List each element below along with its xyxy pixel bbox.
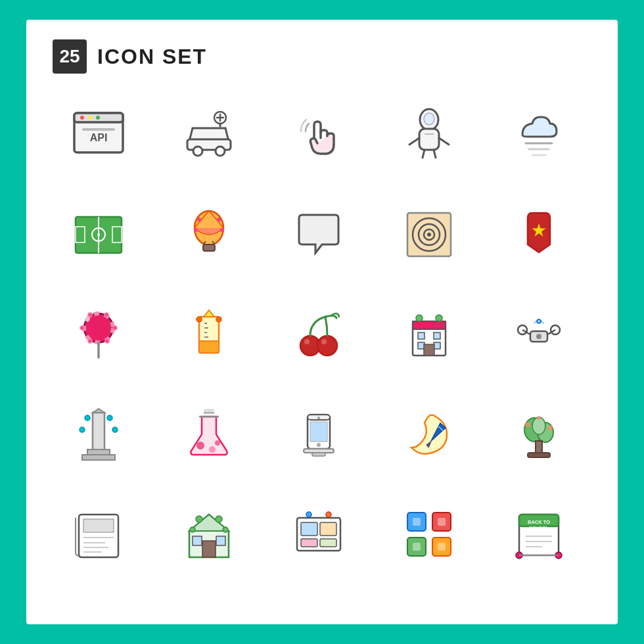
number-badge: 25	[53, 39, 87, 74]
svg-point-93	[196, 442, 204, 449]
svg-text:API: API	[90, 132, 108, 143]
svg-point-8	[193, 147, 202, 156]
svg-point-28	[97, 233, 100, 236]
svg-point-82	[536, 334, 541, 339]
target-icon[interactable]	[383, 192, 475, 277]
svg-point-101	[317, 443, 321, 447]
svg-line-19	[434, 150, 436, 158]
svg-point-53	[88, 339, 92, 343]
svg-point-112	[525, 422, 530, 427]
chat-bubble-icon[interactable]	[273, 192, 365, 277]
svg-line-18	[423, 150, 425, 158]
svg-rect-15	[419, 129, 439, 150]
svg-point-49	[88, 313, 92, 317]
main-card: 25 ICON SET API	[26, 20, 618, 624]
svg-rect-103	[312, 453, 325, 456]
svg-line-17	[439, 138, 449, 145]
svg-point-113	[547, 425, 553, 430]
svg-rect-131	[301, 539, 317, 547]
svg-point-126	[190, 527, 195, 532]
api-icon[interactable]: API	[53, 92, 145, 177]
cloud-fog-icon[interactable]	[493, 92, 585, 177]
add-car-icon[interactable]	[163, 92, 255, 177]
svg-line-16	[409, 138, 419, 145]
moon-pen-icon[interactable]	[383, 392, 475, 477]
svg-rect-110	[536, 441, 542, 453]
svg-point-38	[220, 228, 224, 232]
svg-rect-32	[203, 244, 215, 251]
svg-marker-57	[204, 310, 214, 317]
svg-rect-129	[301, 522, 317, 536]
svg-point-50	[104, 313, 108, 317]
svg-point-127	[223, 527, 228, 532]
svg-point-89	[107, 415, 112, 421]
monument-icon[interactable]	[53, 392, 145, 477]
soccer-field-icon[interactable]	[53, 192, 145, 277]
svg-point-83	[537, 319, 541, 323]
svg-point-76	[436, 315, 442, 321]
svg-point-20	[424, 113, 434, 125]
svg-rect-141	[413, 543, 421, 551]
header: 25 ICON SET	[53, 39, 591, 74]
svg-rect-139	[413, 518, 421, 526]
hot-air-balloon-icon[interactable]	[163, 192, 255, 277]
design-tools-icon[interactable]	[273, 492, 365, 577]
svg-point-75	[416, 315, 423, 321]
svg-point-9	[216, 147, 225, 156]
svg-point-65	[317, 336, 337, 356]
svg-point-43	[427, 233, 431, 237]
svg-point-94	[209, 446, 216, 453]
astronaut-icon[interactable]	[383, 92, 475, 177]
svg-text:BACK TO: BACK TO	[528, 519, 550, 525]
cherry-icon[interactable]	[273, 292, 365, 377]
svg-rect-74	[424, 344, 434, 356]
svg-point-67	[321, 339, 327, 344]
lollipop-icon[interactable]	[53, 292, 145, 377]
svg-point-104	[317, 417, 320, 419]
svg-rect-142	[438, 543, 446, 551]
svg-rect-132	[320, 539, 336, 547]
svg-point-3	[88, 116, 92, 120]
svg-rect-140	[438, 518, 446, 526]
newspaper-icon[interactable]	[53, 492, 145, 577]
drone-icon[interactable]	[493, 292, 585, 377]
svg-rect-123	[216, 536, 225, 545]
svg-point-95	[215, 440, 220, 446]
svg-point-63	[216, 317, 221, 322]
app-grid-icon[interactable]	[383, 492, 475, 577]
svg-rect-122	[193, 536, 202, 545]
svg-point-51	[80, 326, 84, 330]
svg-point-66	[304, 339, 310, 344]
svg-point-35	[197, 218, 201, 221]
svg-rect-6	[82, 128, 115, 131]
svg-rect-85	[87, 449, 110, 455]
svg-point-133	[306, 512, 311, 517]
badge-star-icon[interactable]	[493, 192, 585, 277]
back-to-school-icon[interactable]: BACK TO SCHOOL	[493, 492, 585, 577]
svg-rect-121	[202, 541, 216, 557]
svg-rect-130	[320, 522, 336, 536]
header-title: ICON SET	[97, 45, 207, 69]
svg-rect-100	[310, 422, 327, 442]
svg-point-90	[80, 427, 85, 432]
svg-point-124	[196, 516, 202, 522]
building-icon[interactable]	[383, 292, 475, 377]
svg-point-62	[196, 317, 202, 322]
svg-point-114	[537, 416, 541, 420]
greenhouse-icon[interactable]	[163, 492, 255, 577]
touch-gesture-icon[interactable]	[273, 92, 365, 177]
svg-rect-116	[83, 519, 114, 532]
svg-point-91	[112, 427, 118, 432]
svg-point-88	[85, 415, 90, 421]
pencil-ruler-icon[interactable]	[163, 292, 255, 377]
lab-flask-icon[interactable]	[163, 392, 255, 477]
svg-text:SCHOOL: SCHOOL	[529, 526, 549, 530]
svg-rect-102	[304, 449, 334, 453]
svg-rect-84	[93, 413, 104, 452]
svg-point-134	[326, 512, 331, 517]
svg-point-48	[85, 317, 90, 322]
svg-rect-71	[434, 333, 440, 339]
svg-rect-111	[528, 453, 550, 457]
plant-icon[interactable]	[493, 392, 585, 477]
phone-stand-icon[interactable]	[273, 392, 365, 477]
